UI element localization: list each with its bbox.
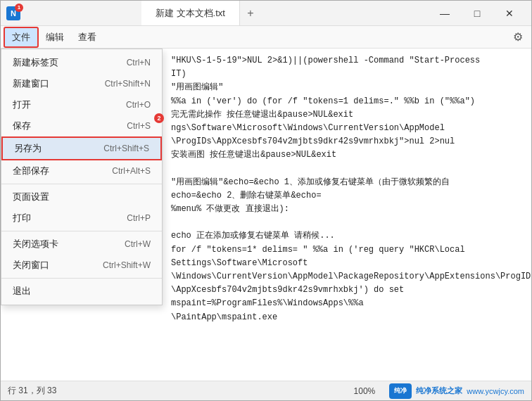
menu-edit-label: 编辑 <box>46 32 64 42</box>
brand-name: 纯净系统之家 <box>416 386 462 396</box>
cursor-position: 行 31，列 33 <box>8 385 56 397</box>
settings-icon: ⚙ <box>513 31 523 43</box>
maximize-button[interactable]: □ <box>461 1 493 26</box>
menubar: 文件 编辑 查看 ⚙ <box>1 26 531 49</box>
main-window: N 1 新建 文本文档.txt + — □ ✕ 文件 <box>0 0 532 401</box>
text-line-13 <box>171 216 523 229</box>
menu-item-open[interactable]: 打开 Ctrl+O <box>1 94 162 115</box>
menu-item-save[interactable]: 保存 Ctrl+S 2 <box>1 115 162 136</box>
text-line-18: \PaintApp\mspaint.exe <box>171 311 523 324</box>
menu-item-new-tab-label: 新建标签页 <box>13 56 113 69</box>
menu-file[interactable]: 文件 <box>4 27 39 48</box>
menu-item-print-shortcut: Ctrl+P <box>127 213 151 223</box>
menu-item-save-label: 保存 <box>13 120 113 132</box>
menu-item-new-tab-shortcut: Ctrl+N <box>127 58 151 68</box>
text-line-12: %menu% 不做更改 直接退出): <box>171 203 523 216</box>
statusbar: 行 31，列 33 100% 纯净 纯净系统之家 www.ycwjcy.com <box>1 381 531 400</box>
text-line-11: echo=&echo 2、删除右键菜单&echo= <box>171 189 523 203</box>
zoom-level: 100% <box>354 386 376 396</box>
tab-label: 新建 文本文档.txt <box>156 7 225 20</box>
app-icon: N 1 <box>6 6 20 20</box>
menu-item-close-window[interactable]: 关闭窗口 Ctrl+Shift+W <box>1 255 162 276</box>
window-controls: — □ ✕ <box>429 1 526 26</box>
close-icon: ✕ <box>505 8 514 19</box>
text-line-17: \AppXcesbfs704v2mjbts9dkr42s9vmrhxbkj') … <box>171 284 523 310</box>
menu-view-label: 查看 <box>78 32 96 42</box>
text-line-9 <box>171 163 523 176</box>
menu-item-close-tab[interactable]: 关闭选项卡 Ctrl+W <box>1 234 162 255</box>
text-line-8: 安装画图 按任意键退出&pause>NUL&exit <box>171 148 523 162</box>
tabs-container: 新建 文本文档.txt + <box>141 1 261 25</box>
menu-item-new-tab[interactable]: 新建标签页 Ctrl+N <box>1 52 162 73</box>
menu-item-new-window-shortcut: Ctrl+Shift+N <box>105 79 151 89</box>
titlebar: N 1 新建 文本文档.txt + — □ ✕ <box>1 1 531 26</box>
content-area: 新建标签页 Ctrl+N 新建窗口 Ctrl+Shift+N 打开 Ctrl+O… <box>1 49 531 381</box>
maximize-icon: □ <box>474 8 480 19</box>
menu-item-save-as-shortcut: Ctrl+Shift+S <box>103 144 149 153</box>
menu-item-close-window-label: 关闭窗口 <box>13 259 89 272</box>
menu-item-print-label: 打印 <box>13 212 113 224</box>
text-line-10: "用画图编辑"&echo=&echo 1、添加或修复右键菜单（由于微软频繁的自 <box>171 176 523 189</box>
menu-item-save-all[interactable]: 全部保存 Ctrl+Alt+S <box>1 160 162 182</box>
minimize-button[interactable]: — <box>429 1 461 26</box>
close-button[interactable]: ✕ <box>493 1 526 26</box>
menu-item-page-setup-label: 页面设置 <box>13 191 137 203</box>
menu-item-print[interactable]: 打印 Ctrl+P <box>1 208 162 229</box>
text-line-15: for /f "tokens=1* delims= " %%a in ('reg… <box>171 243 523 270</box>
text-editor[interactable]: "HKU\S-1-5-19">NUL 2>&1)||(powershell -C… <box>163 49 531 381</box>
status-right: 100% 纯净 纯净系统之家 www.ycwjcy.com <box>354 383 524 399</box>
text-line-4: %%a in ('ver') do (for /f "tokens=1 deli… <box>171 95 523 108</box>
text-line-16: \Windows\CurrentVersion\AppModel\Package… <box>171 270 523 284</box>
text-line-14: echo 正在添加或修复右键菜单 请稍候... <box>171 229 523 243</box>
menu-item-new-window-label: 新建窗口 <box>13 77 91 90</box>
menu-edit[interactable]: 编辑 <box>39 28 71 46</box>
menu-view[interactable]: 查看 <box>71 28 103 46</box>
menu-item-save-as[interactable]: 另存为 Ctrl+Shift+S <box>1 136 162 160</box>
brand-icon-text: 纯净 <box>394 386 407 395</box>
text-line-1: "HKU\S-1-5-19">NUL 2>&1)||(powershell -C… <box>171 54 523 68</box>
menu-item-save-as-label: 另存为 <box>14 142 89 155</box>
text-line-6: ngs\Software\Microsoft\Windows\CurrentVe… <box>171 122 523 135</box>
divider-3 <box>1 278 162 279</box>
save-badge: 2 <box>154 113 164 123</box>
new-tab-button[interactable]: + <box>240 1 261 25</box>
settings-button[interactable]: ⚙ <box>507 27 528 46</box>
menu-item-exit[interactable]: 退出 <box>1 281 162 302</box>
text-line-5: 完无需此操作 按任意键退出&pause>NUL&exit <box>171 108 523 122</box>
menu-item-new-window[interactable]: 新建窗口 Ctrl+Shift+N <box>1 73 162 94</box>
menu-item-save-all-shortcut: Ctrl+Alt+S <box>112 166 151 176</box>
brand-logo: 纯净 纯净系统之家 www.ycwjcy.com <box>389 383 524 399</box>
menu-item-save-shortcut: Ctrl+S <box>127 121 151 131</box>
divider-1 <box>1 184 162 184</box>
menu-item-close-tab-shortcut: Ctrl+W <box>125 239 151 249</box>
minimize-icon: — <box>440 8 450 19</box>
menu-item-page-setup[interactable]: 页面设置 <box>1 186 162 208</box>
divider-2 <box>1 231 162 231</box>
menu-item-close-window-shortcut: Ctrl+Shift+W <box>103 260 151 270</box>
menu-item-open-label: 打开 <box>13 98 112 111</box>
active-tab[interactable]: 新建 文本文档.txt <box>141 1 240 25</box>
menu-item-open-shortcut: Ctrl+O <box>126 100 151 110</box>
menu-item-close-tab-label: 关闭选项卡 <box>13 238 110 250</box>
menu-file-label: 文件 <box>12 32 30 42</box>
menu-item-save-all-label: 全部保存 <box>13 165 98 177</box>
app-icon-badge: 1 <box>15 4 23 12</box>
text-line-2: IT) <box>171 68 523 81</box>
add-tab-icon: + <box>247 7 253 20</box>
text-line-3: "用画图编辑" <box>171 81 523 94</box>
brand-icon: 纯净 <box>389 383 412 399</box>
file-dropdown-menu: 新建标签页 Ctrl+N 新建窗口 Ctrl+Shift+N 打开 Ctrl+O… <box>1 49 163 305</box>
menu-item-exit-label: 退出 <box>13 285 137 298</box>
brand-url: www.ycwjcy.com <box>467 387 524 395</box>
text-line-7: \ProgIDs\AppXcesbfs704v2mjbts9dkr42s9vmr… <box>171 135 523 148</box>
